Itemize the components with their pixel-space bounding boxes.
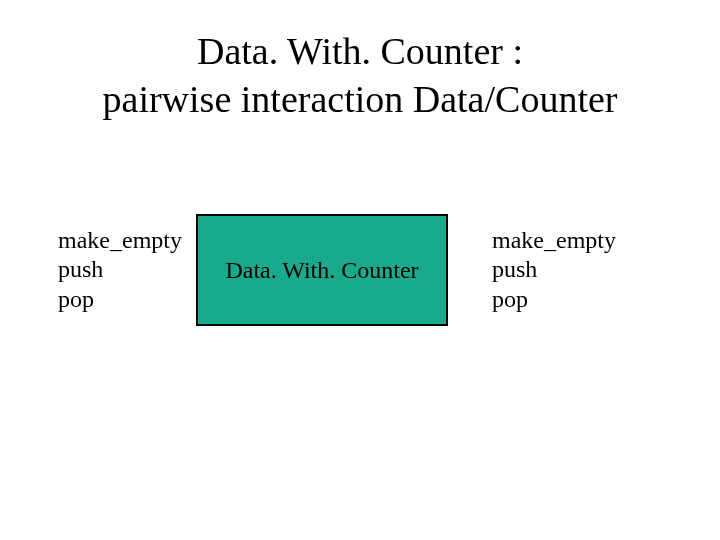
- op-item: pop: [492, 285, 616, 314]
- op-item: push: [492, 255, 616, 284]
- title-line-1: Data. With. Counter :: [197, 30, 523, 72]
- operations-right: make_empty push pop: [492, 226, 616, 314]
- op-item: pop: [58, 285, 182, 314]
- op-item: make_empty: [492, 226, 616, 255]
- operations-left: make_empty push pop: [58, 226, 182, 314]
- component-box: Data. With. Counter: [196, 214, 448, 326]
- component-label: Data. With. Counter: [225, 257, 418, 284]
- op-item: push: [58, 255, 182, 284]
- op-item: make_empty: [58, 226, 182, 255]
- slide-title: Data. With. Counter : pairwise interacti…: [0, 28, 720, 123]
- title-line-2: pairwise interaction Data/Counter: [103, 78, 618, 120]
